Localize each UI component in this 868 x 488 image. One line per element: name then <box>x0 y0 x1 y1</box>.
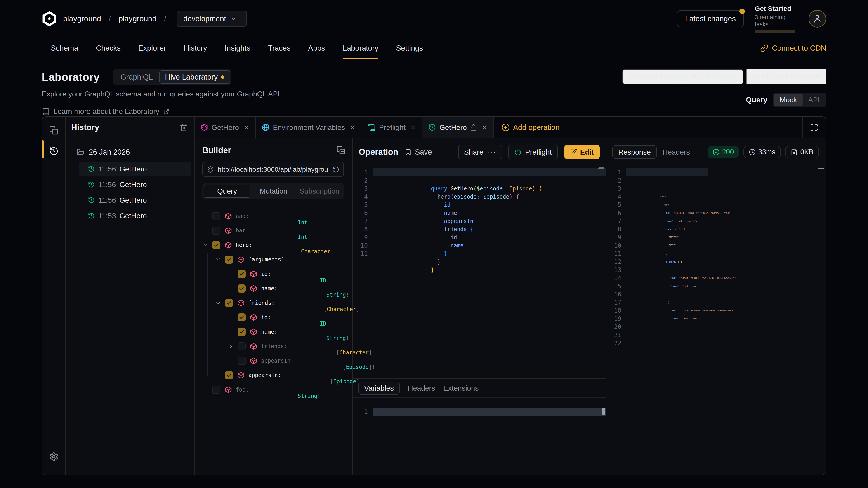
tab-response-headers[interactable]: Headers <box>662 148 690 156</box>
operation-tab[interactable]: Environment Variables <box>256 117 362 138</box>
scrollbar-thumb[interactable] <box>818 168 824 169</box>
nav-tab[interactable]: Explorer <box>138 37 166 59</box>
get-started-widget[interactable]: Get Started 3 remaining tasks <box>755 5 798 33</box>
chevron-down-icon[interactable] <box>202 242 212 248</box>
close-icon[interactable] <box>410 124 416 131</box>
query-editor[interactable]: 1 query GetHero($episode: Episode) { 2 <box>353 166 606 379</box>
refresh-icon[interactable] <box>332 166 339 173</box>
history-item[interactable]: 11:53 GetHero <box>79 208 191 223</box>
field-checkbox[interactable] <box>225 371 233 379</box>
mode-graphiql[interactable]: GraphiQL <box>114 73 159 81</box>
tab-variables[interactable]: Variables <box>358 382 400 395</box>
field-checkbox[interactable] <box>238 313 246 322</box>
mode-api[interactable]: API <box>803 94 825 106</box>
graphql-icon <box>207 166 214 173</box>
field-checkbox[interactable] <box>212 212 220 220</box>
operation-tab[interactable]: GetHero <box>423 117 494 138</box>
trash-icon[interactable] <box>180 123 188 131</box>
nav-tab-label: Laboratory <box>343 44 378 53</box>
field-checkbox[interactable] <box>212 241 220 249</box>
edit-button[interactable]: Edit <box>564 145 600 159</box>
close-icon[interactable] <box>243 124 250 131</box>
connect-cdn-link[interactable]: Connect to CDN <box>760 37 826 59</box>
field-checkbox[interactable] <box>225 299 233 307</box>
history-item[interactable]: 11:56 GetHero <box>79 162 191 176</box>
line-number: 5 <box>353 201 373 209</box>
target-dropdown[interactable]: development <box>177 11 247 27</box>
scrollbar-thumb[interactable] <box>602 408 605 415</box>
more-options-icon[interactable]: ··· <box>487 148 496 156</box>
tab-query[interactable]: Query <box>204 185 250 198</box>
operation-tab[interactable]: Preflight <box>362 117 423 138</box>
field-name: aaa: <box>236 213 249 219</box>
operation-tab[interactable]: GetHero <box>195 117 256 138</box>
history-item[interactable]: 11:56 GetHero <box>79 177 191 192</box>
code-line-content: "hero": { <box>626 185 708 193</box>
fullscreen-button[interactable] <box>802 117 826 138</box>
nav-tab[interactable]: Checks <box>96 37 121 59</box>
connect-endpoint-button[interactable]: Connect GraphQL API Endpoint <box>622 69 743 85</box>
latest-changes-button[interactable]: Latest changes <box>677 10 744 27</box>
field-checkbox[interactable] <box>238 285 246 293</box>
chevron-down-icon[interactable] <box>215 300 225 306</box>
field-checkbox[interactable] <box>238 342 246 350</box>
share-button[interactable]: Share ··· <box>458 145 502 159</box>
history-item[interactable]: 11:56 GetHero <box>79 193 191 207</box>
duration-badge: 33ms <box>743 146 781 158</box>
nav-tab[interactable]: Traces <box>268 37 290 59</box>
avatar[interactable] <box>809 10 826 28</box>
collapse-panel-icon[interactable] <box>337 146 345 155</box>
add-operation-button[interactable]: Add operation <box>502 123 560 132</box>
tab-mutation[interactable]: Mutation <box>250 185 296 198</box>
tab-headers[interactable]: Headers <box>408 384 435 392</box>
collections-button[interactable] <box>45 122 62 139</box>
close-icon[interactable] <box>349 124 356 131</box>
code-line: 7 id <box>353 217 606 225</box>
history-item-name: GetHero <box>120 212 147 220</box>
breadcrumb-separator: / <box>109 14 111 23</box>
breadcrumb-project[interactable]: playground <box>119 14 156 23</box>
field-checkbox[interactable] <box>238 328 246 336</box>
mode-mock[interactable]: Mock <box>774 94 803 106</box>
nav-tab[interactable]: History <box>184 37 207 59</box>
breadcrumb-org[interactable]: playground <box>63 14 101 23</box>
tab-response[interactable]: Response <box>612 145 657 159</box>
endpoint-url-input[interactable]: http://localhost:3000/api/lab/playground <box>202 162 344 177</box>
code-line-content: "friends": [ <box>626 241 708 250</box>
settings-button[interactable] <box>45 448 62 465</box>
scrollbar-thumb[interactable] <box>598 167 604 169</box>
field-checkbox[interactable] <box>212 386 220 394</box>
code-line-content: ] <box>626 315 708 323</box>
nav-tab[interactable]: Laboratory <box>343 37 378 59</box>
nav-tab[interactable]: Schema <box>51 37 78 59</box>
nav-tab[interactable]: Apps <box>308 37 325 59</box>
history-date-group[interactable]: 26 Jan 2026 <box>66 145 194 159</box>
size-badge: 0KB <box>785 146 819 158</box>
chevron-down-icon[interactable] <box>215 256 225 263</box>
learn-more-link[interactable]: Learn more about the Laboratory <box>42 107 282 116</box>
chevron-down-icon[interactable] <box>228 343 238 350</box>
code-token: , <box>736 309 738 312</box>
response-viewer[interactable]: 1 { 2 "data": { <box>607 166 708 362</box>
variables-editor[interactable]: 1 <box>353 398 606 475</box>
nav-tab[interactable]: Settings <box>396 37 423 59</box>
line-number: 3 <box>353 185 373 193</box>
code-line: 1 { <box>607 168 708 176</box>
field-checkbox[interactable] <box>212 227 220 235</box>
save-button[interactable]: Save <box>405 148 432 156</box>
response-panel: Response Headers 200 33ms 0 <box>607 138 826 475</box>
nav-tab[interactable]: Insights <box>225 37 250 59</box>
history-icon <box>88 197 95 203</box>
field-name: hero: <box>236 242 252 248</box>
field-checkbox[interactable] <box>238 270 246 278</box>
mock-endpoint-button[interactable]: Mock Data Endpoint <box>746 69 826 85</box>
field-checkbox[interactable] <box>225 256 233 264</box>
tab-extensions[interactable]: Extensions <box>443 384 479 392</box>
duration-value: 33ms <box>758 148 776 156</box>
mode-hive-laboratory[interactable]: Hive Laboratory <box>159 70 230 84</box>
history-rail-button[interactable] <box>45 142 62 160</box>
field-checkbox[interactable] <box>238 357 246 365</box>
tab-subscription[interactable]: Subscription <box>297 185 342 198</box>
close-icon[interactable] <box>481 124 488 131</box>
preflight-button[interactable]: Preflight <box>508 145 557 159</box>
